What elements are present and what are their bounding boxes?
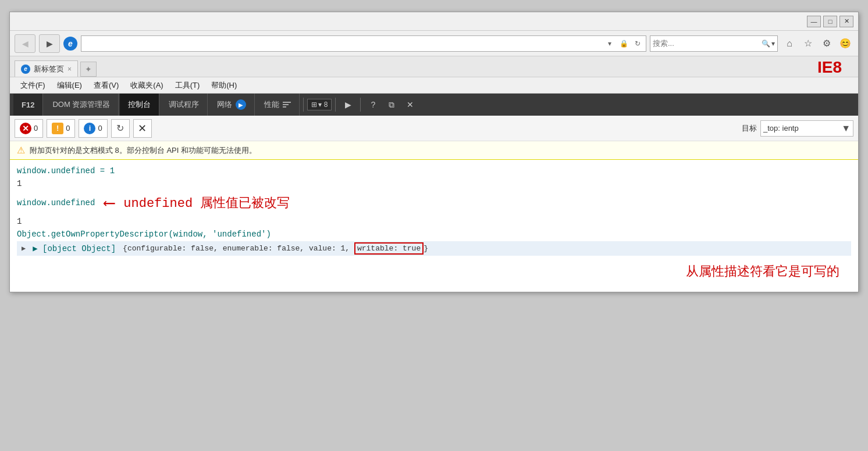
search-icon: 🔍 [762,40,770,48]
f12-toolbar: F12 DOM 资源管理器 控制台 调试程序 网络 ▶ 性能 ⊞ ▾ 8 ▶ ?… [10,94,858,116]
tab-label: 新标签页 [34,64,64,74]
new-tab-button[interactable]: ✦ [80,62,97,77]
annotation-text-1: undefined 属性值已被改写 [123,194,290,212]
menu-file[interactable]: 文件(F) [15,78,51,92]
browser-toolbar-icons: ⌂ ☆ ⚙ 😊 [781,35,853,52]
target-select-wrap: _top: ientp ▼ [760,120,853,137]
object-label: ▶ [object Object] [33,244,116,253]
target-dropdown-arrow[interactable]: ▼ [841,123,851,134]
obj-writable-highlight: writable: true [354,242,424,255]
separator [303,98,304,112]
home-icon[interactable]: ⌂ [781,35,798,52]
obj-props-before: {configurable: false, enumerable: false,… [123,244,354,253]
warning-bar: ⚠ 附加页针对的是文档模式 8。部分控制台 API 和功能可能无法使用。 [10,141,858,160]
address-bar-icons: ▾ 🔒 ↻ [604,38,643,49]
search-input[interactable] [653,39,762,48]
new-tab-page-tab[interactable]: e 新标签页 × [15,60,78,77]
title-bar: — □ ✕ [10,12,858,31]
screen-icon: ⊞ [311,101,317,109]
run-button[interactable]: ▶ [339,96,357,113]
console-line-3: Object.getOwnPropertyDescriptor(window, … [17,228,851,241]
object-properties: {configurable: false, enumerable: false,… [123,244,846,253]
search-dropdown[interactable]: ▾ [771,40,775,48]
console-result-1: 1 [17,177,851,190]
console-toolbar: ✕ 0 ! 0 i 0 ↻ ✕ 目标 _top: ientp ▼ [10,116,858,141]
minimize-button[interactable]: — [807,16,821,27]
warning-triangle-icon: ⚠ [17,145,25,156]
menu-view[interactable]: 查看(V) [88,78,124,92]
address-bar-input-wrap: ▾ 🔒 ↻ [81,35,646,52]
forward-button[interactable]: ▶ [39,34,60,53]
lock-icon: 🔒 [618,38,629,49]
tab-close-button[interactable]: × [67,65,72,73]
screen-label: ▾ 8 [318,101,328,109]
target-value: _top: ientp [763,124,841,133]
search-button[interactable]: 🔍 ▾ [762,40,775,48]
maximize-button[interactable]: □ [823,16,837,27]
menu-edit[interactable]: 编辑(E) [51,78,88,92]
info-button[interactable]: i 0 [79,119,107,138]
object-result-row: ▶ ▶ [object Object] {configurable: false… [17,241,851,256]
warning-icon: ! [52,123,63,134]
tab-console[interactable]: 控制台 [120,94,159,116]
tab-performance[interactable]: 性能 [256,94,300,116]
bottom-annotation-text: 从属性描述符看它是可写的 [686,265,839,280]
console-line-2-row: window.undefined ⟵ undefined 属性值已被改写 [17,193,851,213]
favorites-icon[interactable]: ☆ [800,35,816,52]
target-label: 目标 [742,123,757,134]
error-button[interactable]: ✕ 0 [15,119,43,138]
dropdown-arrow[interactable]: ▾ [604,38,616,49]
console-refresh-button[interactable]: ↻ [111,119,130,138]
ie-logo: e [63,37,77,51]
expand-arrow[interactable]: ▶ [22,244,26,253]
f12-key-tab[interactable]: F12 [13,94,43,116]
f12-close-button[interactable]: ✕ [401,96,419,113]
screen-size-button[interactable]: ⊞ ▾ 8 [307,99,332,110]
tab-ie-logo: e [21,65,30,74]
window-close-button[interactable]: ✕ [839,16,853,27]
warning-button[interactable]: ! 0 [47,119,75,138]
user-icon[interactable]: 😊 [837,35,853,52]
settings-icon[interactable]: ⚙ [819,35,835,52]
tab-bar: e 新标签页 × ✦ IE8 [10,56,858,77]
menu-bar: 文件(F) 编辑(E) 查看(V) 收藏夹(A) 工具(T) 帮助(H) [10,77,858,94]
console-result-2: 1 [17,215,851,228]
info-count: 0 [98,124,102,133]
console-clear-button[interactable]: ✕ [133,119,152,138]
error-count: 0 [34,124,38,133]
bottom-annotation: 从属性描述符看它是可写的 [17,256,851,287]
ie8-label: IE8 [817,58,853,77]
warning-text: 附加页针对的是文档模式 8。部分控制台 API 和功能可能无法使用。 [30,145,257,156]
network-play-icon: ▶ [236,99,246,110]
warning-count: 0 [66,124,70,133]
search-wrap: 🔍 ▾ [650,35,778,52]
back-button[interactable]: ◀ [15,34,35,53]
info-icon: i [84,123,95,134]
console-output-area: window.undefined = 1 1 window.undefined … [10,160,858,292]
menu-help[interactable]: 帮助(H) [205,78,243,92]
address-input[interactable] [84,39,604,48]
menu-tools[interactable]: 工具(T) [169,78,206,92]
address-bar-area: ◀ ▶ e ▾ 🔒 ↻ 🔍 ▾ ⌂ ☆ ⚙ 😊 [10,31,858,56]
console-line-1: window.undefined = 1 [17,164,851,177]
tab-dom-explorer[interactable]: DOM 资源管理器 [44,94,119,116]
console-line-2: window.undefined [17,196,95,209]
annotation-arrow-icon: ⟵ [104,193,114,213]
tab-network[interactable]: 网络 ▶ [209,94,255,116]
obj-props-after: } [424,244,428,253]
menu-favorites[interactable]: 收藏夹(A) [124,78,169,92]
refresh-icon[interactable]: ↻ [632,38,643,49]
separator3 [360,98,361,112]
title-bar-buttons: — □ ✕ [807,16,853,27]
help-button[interactable]: ? [364,96,382,113]
dock-button[interactable]: ⧉ [383,96,400,113]
error-icon: ✕ [20,123,31,134]
tab-debugger[interactable]: 调试程序 [161,94,208,116]
separator2 [335,98,336,112]
performance-filter-icon [283,102,291,108]
